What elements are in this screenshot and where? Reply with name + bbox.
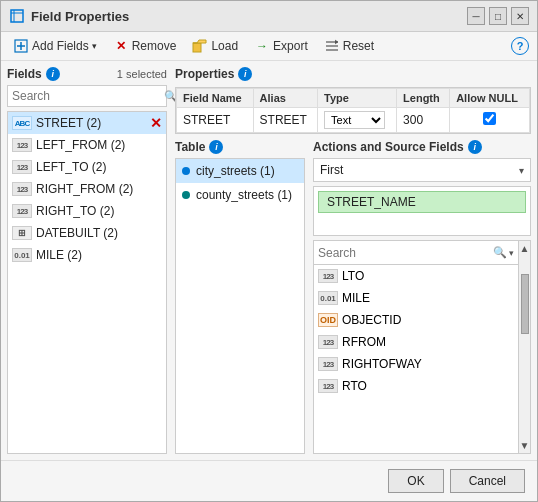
source-search-icon[interactable]: 🔍: [493, 246, 507, 259]
field-item-datebuilt[interactable]: ⊞ DATEBUILT (2): [8, 222, 166, 244]
source-name-rto: RTO: [342, 379, 367, 393]
dropdown-arrow-icon: ▾: [519, 165, 524, 176]
cancel-button[interactable]: Cancel: [450, 469, 525, 493]
table-label: Table: [175, 140, 205, 154]
field-item-right-from[interactable]: 123 RIGHT_FROM (2): [8, 178, 166, 200]
minimize-button[interactable]: ─: [467, 7, 485, 25]
table-panel: Table i city_streets (1) county_streets …: [175, 140, 305, 454]
field-properties-dialog: Field Properties ─ □ ✕ Add Fields ▾ ✕ Re…: [0, 0, 538, 502]
props-allow-null: [450, 108, 530, 133]
export-button[interactable]: → Export: [250, 36, 312, 56]
remove-button[interactable]: ✕ Remove: [109, 36, 181, 56]
source-field-chip[interactable]: STREET_NAME: [318, 191, 526, 213]
ok-button[interactable]: OK: [388, 469, 443, 493]
scrollbar[interactable]: ▲ ▼: [518, 241, 530, 453]
right-panel: Properties i Field Name Alias Type Lengt…: [175, 67, 531, 454]
first-dropdown-text: First: [320, 163, 519, 177]
dot-teal-icon: [182, 191, 190, 199]
fields-list: ABC STREET (2) ✕ 123 LEFT_FROM (2) 123 L…: [7, 111, 167, 454]
properties-table-section: Field Name Alias Type Length Allow NULL …: [175, 87, 531, 134]
title-bar: Field Properties ─ □ ✕: [1, 1, 537, 32]
source-type-rfrom: 123: [318, 335, 338, 349]
type-select[interactable]: Text Integer Float Date: [324, 111, 385, 129]
maximize-button[interactable]: □: [489, 7, 507, 25]
field-item-right-to[interactable]: 123 RIGHT_TO (2): [8, 200, 166, 222]
source-type-decimal: 0.01: [318, 291, 338, 305]
source-name-lto: LTO: [342, 269, 364, 283]
load-button[interactable]: Load: [188, 36, 242, 56]
reset-icon: [324, 38, 340, 54]
source-search-input[interactable]: [318, 246, 491, 260]
table-item-county-streets[interactable]: county_streets (1): [176, 183, 304, 207]
lower-section: Table i city_streets (1) county_streets …: [175, 140, 531, 454]
fields-search-input[interactable]: [12, 89, 162, 103]
source-search-dropdown[interactable]: ▾: [509, 248, 514, 258]
fields-header: Fields i: [7, 67, 60, 81]
field-item-left-to[interactable]: 123 LEFT_TO (2): [8, 156, 166, 178]
source-type-rightofway: 123: [318, 357, 338, 371]
field-remove-street[interactable]: ✕: [150, 115, 162, 131]
svg-rect-6: [193, 43, 201, 52]
source-item-lto[interactable]: 123 LTO: [314, 265, 518, 287]
source-type-rto: 123: [318, 379, 338, 393]
field-type-num-icon: 123: [12, 138, 32, 152]
remove-icon: ✕: [113, 38, 129, 54]
source-name-rightofway: RIGHTOFWAY: [342, 357, 422, 371]
title-bar-left: Field Properties: [9, 8, 129, 24]
props-alias: STREET: [253, 108, 317, 133]
source-item-rfrom[interactable]: 123 RFROM: [314, 331, 518, 353]
field-name-street: STREET (2): [36, 116, 146, 130]
field-type-num-icon-3: 123: [12, 182, 32, 196]
help-button[interactable]: ?: [511, 37, 529, 55]
properties-table: Field Name Alias Type Length Allow NULL …: [176, 88, 530, 133]
fields-panel: Fields i 1 selected 🔍 ▾ ABC STREET (2) ✕: [7, 67, 167, 454]
export-icon: →: [254, 38, 270, 54]
col-length: Length: [397, 89, 450, 108]
source-type-num: 123: [318, 269, 338, 283]
field-item-mile[interactable]: 0.01 MILE (2): [8, 244, 166, 266]
col-type: Type: [318, 89, 397, 108]
close-button[interactable]: ✕: [511, 7, 529, 25]
add-fields-button[interactable]: Add Fields ▾: [9, 36, 101, 56]
source-item-rto[interactable]: 123 RTO: [314, 375, 518, 397]
selected-badge: 1 selected: [117, 68, 167, 80]
dot-blue-icon: [182, 167, 190, 175]
table-list: city_streets (1) county_streets (1): [175, 158, 305, 454]
reset-button[interactable]: Reset: [320, 36, 378, 56]
field-item-left-from[interactable]: 123 LEFT_FROM (2): [8, 134, 166, 156]
toolbar: Add Fields ▾ ✕ Remove Load → Export: [1, 32, 537, 61]
actions-header: Actions and Source Fields i: [313, 140, 531, 154]
field-name-left-from: LEFT_FROM (2): [36, 138, 162, 152]
source-name-objectid: OBJECTID: [342, 313, 401, 327]
col-allow-null: Allow NULL: [450, 89, 530, 108]
field-item-street[interactable]: ABC STREET (2) ✕: [8, 112, 166, 134]
scrollbar-thumb[interactable]: [521, 274, 529, 334]
field-type-decimal-icon: 0.01: [12, 248, 32, 262]
add-fields-label: Add Fields: [32, 39, 89, 53]
table-header: Table i: [175, 140, 305, 154]
remove-label: Remove: [132, 39, 177, 53]
main-content: Fields i 1 selected 🔍 ▾ ABC STREET (2) ✕: [1, 61, 537, 460]
source-item-mile[interactable]: 0.01 MILE: [314, 287, 518, 309]
first-dropdown[interactable]: First ▾: [313, 158, 531, 182]
field-type-grid-icon: ⊞: [12, 226, 32, 240]
field-name-datebuilt: DATEBUILT (2): [36, 226, 162, 240]
allow-null-checkbox[interactable]: [483, 112, 496, 125]
dialog-icon: [9, 8, 25, 24]
source-item-objectid[interactable]: OID OBJECTID: [314, 309, 518, 331]
export-label: Export: [273, 39, 308, 53]
col-field-name: Field Name: [177, 89, 254, 108]
field-name-right-to: RIGHT_TO (2): [36, 204, 162, 218]
load-icon: [192, 38, 208, 54]
title-controls: ─ □ ✕: [467, 7, 529, 25]
field-type-abc-icon: ABC: [12, 116, 32, 130]
table-item-city-streets[interactable]: city_streets (1): [176, 159, 304, 183]
field-type-num-icon-4: 123: [12, 204, 32, 218]
source-item-rightofway[interactable]: 123 RIGHTOFWAY: [314, 353, 518, 375]
table-city-streets: city_streets (1): [196, 164, 275, 178]
field-name-right-from: RIGHT_FROM (2): [36, 182, 162, 196]
source-type-oid: OID: [318, 313, 338, 327]
actions-panel: Actions and Source Fields i First ▾ STRE…: [313, 140, 531, 454]
load-label: Load: [211, 39, 238, 53]
properties-info-icon: i: [238, 67, 252, 81]
